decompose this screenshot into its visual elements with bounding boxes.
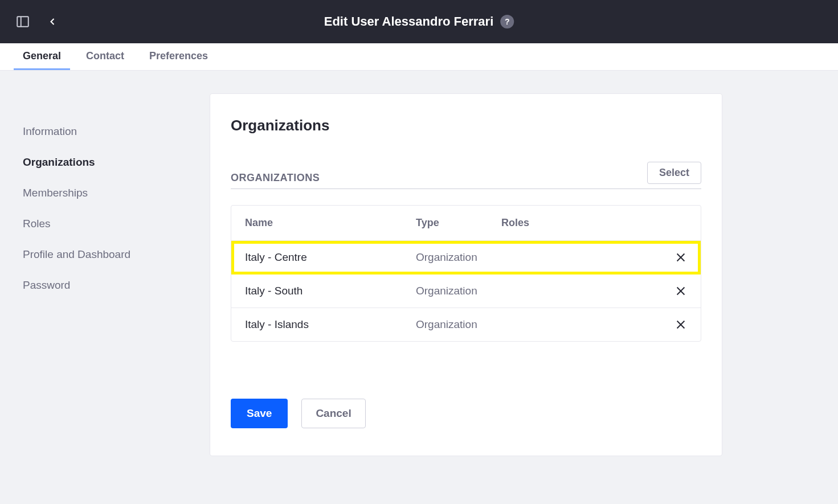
cell-name: Italy - South (245, 285, 416, 297)
main-panel: Organizations ORGANIZATIONS Select Name … (210, 93, 722, 456)
sidebar-item-organizations[interactable]: Organizations (23, 147, 210, 178)
column-header-action (664, 217, 687, 229)
section-header: ORGANIZATIONS Select (231, 162, 701, 189)
sidebar-item-label: Organizations (23, 156, 95, 168)
column-header-type: Type (416, 217, 501, 229)
cell-type: Organization (416, 285, 501, 297)
sidebar-item-label: Memberships (23, 187, 88, 199)
tab-label: Contact (86, 50, 124, 62)
app-header: Edit User Alessandro Ferrari ? (0, 0, 838, 43)
tab-general[interactable]: General (14, 43, 70, 70)
sidebar-item-password[interactable]: Password (23, 270, 210, 301)
back-icon[interactable] (43, 13, 62, 31)
tab-label: Preferences (149, 50, 208, 62)
panel-toggle-icon[interactable] (14, 13, 32, 31)
page-title: Edit User Alessandro Ferrari (324, 14, 494, 29)
sidebar-item-label: Roles (23, 218, 51, 230)
remove-icon[interactable] (664, 251, 687, 264)
cancel-button[interactable]: Cancel (301, 399, 365, 428)
cell-name: Italy - Centre (245, 251, 416, 264)
column-header-roles: Roles (501, 217, 664, 229)
remove-icon[interactable] (664, 318, 687, 331)
cell-type: Organization (416, 318, 501, 331)
column-header-name: Name (245, 217, 416, 229)
header-left-controls (14, 13, 62, 31)
table-header: Name Type Roles (231, 206, 701, 241)
sidebar: Information Organizations Memberships Ro… (0, 93, 210, 456)
body-layout: Information Organizations Memberships Ro… (0, 71, 838, 456)
save-button[interactable]: Save (231, 399, 288, 428)
sidebar-item-label: Password (23, 279, 70, 291)
panel-title: Organizations (231, 117, 701, 134)
cell-name: Italy - Islands (245, 318, 416, 331)
sidebar-item-profile-dashboard[interactable]: Profile and Dashboard (23, 239, 210, 270)
select-button[interactable]: Select (647, 162, 701, 184)
organizations-table: Name Type Roles Italy - Centre Organizat… (231, 205, 701, 342)
header-title-wrap: Edit User Alessandro Ferrari ? (324, 14, 514, 29)
tabs-row: General Contact Preferences (0, 43, 838, 71)
remove-icon[interactable] (664, 285, 687, 297)
sidebar-item-roles[interactable]: Roles (23, 208, 210, 239)
action-row: Save Cancel (231, 399, 701, 428)
section-header-label: ORGANIZATIONS (231, 172, 320, 184)
sidebar-item-information[interactable]: Information (23, 116, 210, 147)
table-row[interactable]: Italy - South Organization (231, 274, 701, 308)
cell-type: Organization (416, 251, 501, 264)
sidebar-item-label: Profile and Dashboard (23, 248, 130, 260)
sidebar-item-memberships[interactable]: Memberships (23, 178, 210, 208)
table-row[interactable]: Italy - Islands Organization (231, 308, 701, 341)
table-row[interactable]: Italy - Centre Organization (231, 241, 701, 274)
sidebar-item-label: Information (23, 125, 77, 137)
tab-preferences[interactable]: Preferences (140, 43, 217, 70)
tab-contact[interactable]: Contact (77, 43, 133, 70)
svg-rect-0 (17, 17, 28, 26)
help-icon[interactable]: ? (500, 15, 514, 28)
tab-label: General (23, 50, 61, 62)
